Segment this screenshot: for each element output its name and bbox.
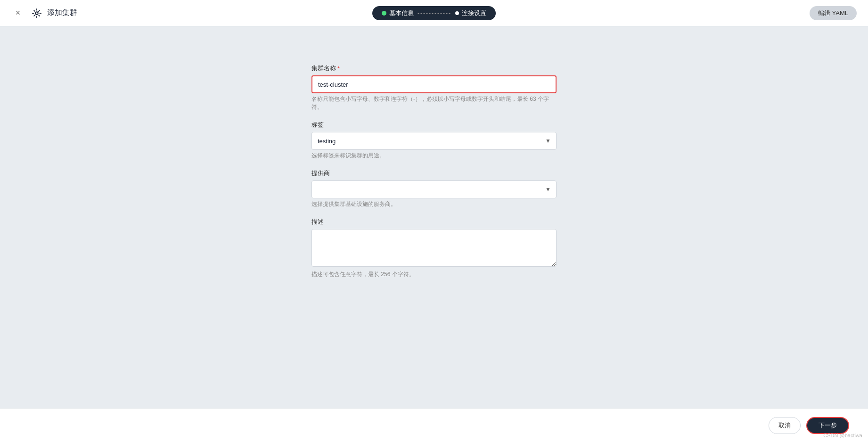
watermark: CSDN @bactiwa (823, 433, 862, 438)
provider-select-wrapper: AWS Azure GCP Aliyun ▼ (311, 180, 557, 198)
bottom-bar: 取消 下一步 (0, 408, 868, 442)
cluster-name-label: 集群名称 * (311, 64, 557, 73)
cluster-icon (30, 7, 43, 20)
svg-point-0 (35, 12, 38, 15)
edit-yaml-button[interactable]: 编辑 YAML (810, 6, 857, 20)
step2-dot (455, 11, 459, 15)
provider-select[interactable]: AWS Azure GCP Aliyun (311, 180, 557, 198)
description-textarea[interactable] (311, 229, 557, 267)
tag-label: 标签 (311, 121, 557, 129)
description-hint: 描述可包含任意字符，最长 256 个字符。 (311, 270, 557, 278)
page-title: 添加集群 (47, 8, 77, 18)
form-container: 集群名称 * 名称只能包含小写字母、数字和连字符（-），必须以小写字母或数字开头… (311, 64, 557, 288)
step-connection: 连接设置 (455, 9, 486, 17)
provider-label: 提供商 (311, 169, 557, 178)
close-button[interactable]: × (11, 7, 25, 20)
provider-field: 提供商 AWS Azure GCP Aliyun ▼ 选择提供集群基础设施的服务… (311, 169, 557, 208)
tag-select[interactable]: testing production staging (311, 132, 557, 150)
step2-label: 连接设置 (462, 9, 486, 17)
step-basic-info: 基本信息 (382, 9, 414, 17)
cluster-name-input[interactable] (311, 75, 557, 93)
tag-field: 标签 testing production staging ▼ 选择标签来标识集… (311, 121, 557, 160)
description-field: 描述 描述可包含任意字符，最长 256 个字符。 (311, 218, 557, 278)
required-star: * (337, 65, 340, 72)
tag-hint: 选择标签来标识集群的用途。 (311, 152, 557, 160)
step-dashes: ------------ (418, 10, 451, 16)
cancel-button[interactable]: 取消 (769, 417, 801, 434)
step1-label: 基本信息 (389, 9, 414, 17)
description-label: 描述 (311, 218, 557, 226)
tag-select-wrapper: testing production staging ▼ (311, 132, 557, 150)
step1-dot (382, 11, 386, 16)
next-button[interactable]: 下一步 (806, 417, 849, 434)
provider-hint: 选择提供集群基础设施的服务商。 (311, 200, 557, 208)
main-content: 集群名称 * 名称只能包含小写字母、数字和连字符（-），必须以小写字母或数字开头… (0, 26, 868, 288)
topbar: × 添加集群 基本信息 ------------ 连接设置 编辑 YAML (0, 0, 868, 26)
stepper: 基本信息 ------------ 连接设置 (372, 6, 496, 20)
cluster-name-field: 集群名称 * 名称只能包含小写字母、数字和连字符（-），必须以小写字母或数字开头… (311, 64, 557, 111)
cluster-name-hint: 名称只能包含小写字母、数字和连字符（-），必须以小写字母或数字开头和结尾，最长 … (311, 95, 557, 111)
